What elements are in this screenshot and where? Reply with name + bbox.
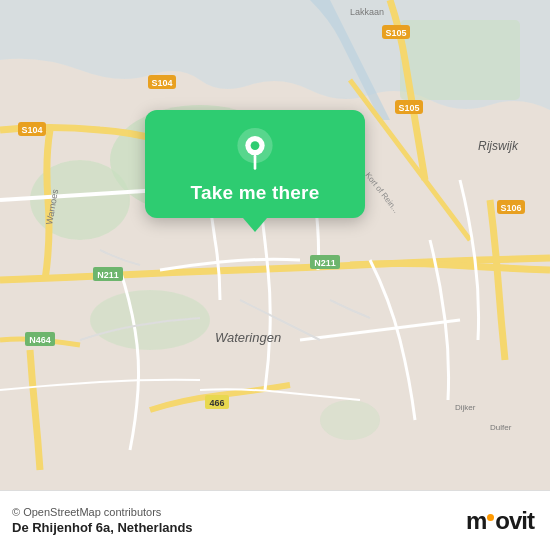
popup-card[interactable]: Take me there <box>145 110 365 218</box>
moovit-logo-text-rest: ovit <box>495 507 534 535</box>
svg-point-33 <box>251 141 260 150</box>
svg-text:N464: N464 <box>29 335 51 345</box>
moovit-logo-text: m <box>466 507 486 535</box>
location-pin-icon <box>233 128 277 172</box>
map-background: N211 N211 N464 S104 S104 S105 S105 S106 … <box>0 0 550 490</box>
svg-text:S105: S105 <box>385 28 406 38</box>
copyright-text: © OpenStreetMap contributors <box>12 506 193 518</box>
svg-text:N211: N211 <box>97 270 119 280</box>
svg-text:S104: S104 <box>151 78 172 88</box>
map-container: N211 N211 N464 S104 S104 S105 S105 S106 … <box>0 0 550 490</box>
svg-text:Dulfer: Dulfer <box>490 423 512 432</box>
footer: © OpenStreetMap contributors De Rhijenho… <box>0 490 550 550</box>
footer-attribution-row: © OpenStreetMap contributors De Rhijenho… <box>12 506 193 535</box>
svg-text:Lakkaan: Lakkaan <box>350 7 384 17</box>
svg-text:S106: S106 <box>500 203 521 213</box>
svg-point-5 <box>320 400 380 440</box>
svg-text:466: 466 <box>209 398 224 408</box>
moovit-dot-accent <box>487 514 494 521</box>
svg-text:S105: S105 <box>398 103 419 113</box>
svg-text:Wateringen: Wateringen <box>215 330 281 345</box>
svg-text:Dijker: Dijker <box>455 403 476 412</box>
svg-point-4 <box>90 290 210 350</box>
moovit-logo: m ovit <box>466 507 534 535</box>
svg-text:N211: N211 <box>314 258 336 268</box>
popup-take-me-there-button[interactable]: Take me there <box>191 182 320 204</box>
svg-text:S104: S104 <box>21 125 42 135</box>
svg-rect-3 <box>400 20 520 100</box>
footer-left: © OpenStreetMap contributors De Rhijenho… <box>12 506 193 535</box>
footer-address: De Rhijenhof 6a, Netherlands <box>12 520 193 535</box>
svg-text:Rijswijk: Rijswijk <box>478 139 519 153</box>
